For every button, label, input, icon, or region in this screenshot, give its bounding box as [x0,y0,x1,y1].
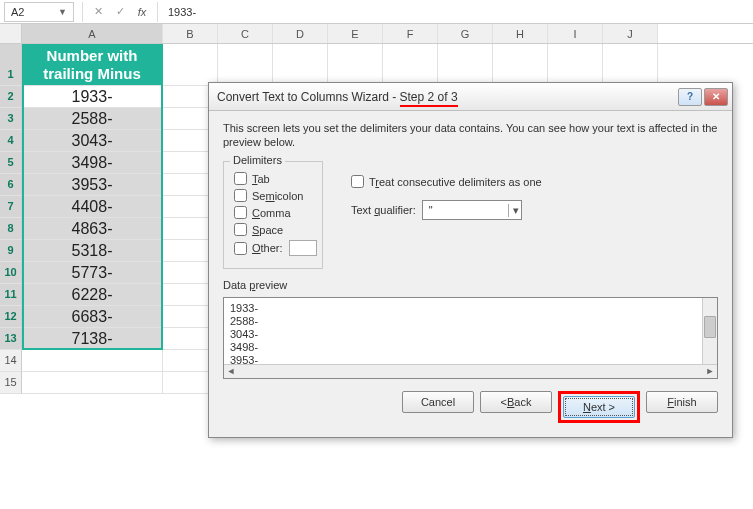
preview-line: 3043- [230,328,717,341]
cell[interactable] [273,44,328,86]
data-cell[interactable]: 6228- [22,284,163,306]
finish-button[interactable]: Finish [646,391,718,413]
chevron-down-icon[interactable]: ▾ [508,204,519,217]
preview-label: Data preview [223,279,718,291]
cell[interactable] [493,44,548,86]
cell[interactable] [603,44,658,86]
delimiter-semicolon[interactable]: Semicolon [234,189,312,202]
row-header[interactable]: 7 [0,196,22,218]
column-header[interactable]: I [548,24,603,43]
column-header[interactable]: D [273,24,328,43]
column-header[interactable]: A [22,24,163,43]
semicolon-checkbox[interactable] [234,189,247,202]
data-cell[interactable]: 3953- [22,174,163,196]
column-header[interactable]: B [163,24,218,43]
delimiters-label: Delimiters [230,154,285,166]
cell[interactable] [218,44,273,86]
row-header[interactable]: 15 [0,372,22,394]
vertical-scrollbar[interactable] [702,298,717,364]
formula-bar: A2 ▼ ✕ ✓ fx 1933- [0,0,753,24]
row-header[interactable]: 14 [0,350,22,372]
row-header[interactable]: 4 [0,130,22,152]
horizontal-scrollbar[interactable]: ◄ ► [224,364,717,378]
qualifier-select[interactable]: " ▾ [422,200,522,220]
data-cell[interactable]: 4863- [22,218,163,240]
row-header[interactable]: 11 [0,284,22,306]
delimiters-section: Delimiters Tab Semicolon Comma Space Oth… [223,161,718,269]
tab-checkbox[interactable] [234,172,247,185]
column-header[interactable]: H [493,24,548,43]
table-header-cell[interactable]: Number withtrailing Minus [22,44,163,86]
delimiter-space[interactable]: Space [234,223,312,236]
row-header[interactable]: 8 [0,218,22,240]
data-preview: 1933-2588-3043-3498-3953- ◄ ► [223,297,718,379]
row-header[interactable]: 9 [0,240,22,262]
row-header[interactable]: 1 [0,44,22,86]
other-checkbox[interactable] [234,242,247,255]
fx-icon[interactable]: fx [132,2,152,22]
next-button-highlight: Next > [558,391,640,423]
close-button[interactable]: ✕ [704,88,728,106]
cell[interactable] [163,44,218,86]
data-cell[interactable]: 3498- [22,152,163,174]
column-header[interactable]: J [603,24,658,43]
data-cell[interactable]: 3043- [22,130,163,152]
preview-line: 3498- [230,341,717,354]
separator [157,2,158,22]
dialog-titlebar[interactable]: Convert Text to Columns Wizard - Step 2 … [209,83,732,111]
row-header[interactable]: 6 [0,174,22,196]
column-header[interactable]: F [383,24,438,43]
scrollbar-thumb[interactable] [704,316,716,338]
name-box[interactable]: A2 ▼ [4,2,74,22]
data-cell[interactable]: 6683- [22,306,163,328]
data-cell[interactable]: 4408- [22,196,163,218]
cancel-button[interactable]: Cancel [402,391,474,413]
row-header[interactable]: 2 [0,86,22,108]
data-cell[interactable]: 1933- [22,86,163,108]
delimiter-other[interactable]: Other: [234,240,312,256]
cell[interactable] [22,350,163,372]
cell[interactable] [383,44,438,86]
chevron-down-icon[interactable]: ▼ [58,7,67,17]
column-header[interactable]: G [438,24,493,43]
separator [82,2,83,22]
other-input[interactable] [289,240,317,256]
comma-checkbox[interactable] [234,206,247,219]
data-cell[interactable]: 7138- [22,328,163,350]
confirm-formula-icon[interactable]: ✓ [110,2,130,22]
text-qualifier-row: Text qualifier: " ▾ [351,200,542,220]
treat-consecutive-checkbox[interactable] [351,175,364,188]
data-cell[interactable]: 5773- [22,262,163,284]
column-header[interactable]: E [328,24,383,43]
column-header[interactable]: C [218,24,273,43]
cell[interactable] [438,44,493,86]
next-button[interactable]: Next > [563,396,635,418]
help-button[interactable]: ? [678,88,702,106]
cancel-formula-icon[interactable]: ✕ [88,2,108,22]
dialog-body: This screen lets you set the delimiters … [209,111,732,437]
scroll-right-icon[interactable]: ► [703,365,717,378]
delimiters-groupbox: Delimiters Tab Semicolon Comma Space Oth… [223,161,323,269]
cell[interactable] [548,44,603,86]
qualifier-value: " [429,204,433,216]
scroll-left-icon[interactable]: ◄ [224,365,238,378]
row-header[interactable]: 10 [0,262,22,284]
delimiter-tab[interactable]: Tab [234,172,312,185]
select-all-corner[interactable] [0,24,22,43]
back-button[interactable]: < Back [480,391,552,413]
space-checkbox[interactable] [234,223,247,236]
cell[interactable] [22,372,163,394]
row-header[interactable]: 13 [0,328,22,350]
dialog-button-row: Cancel < Back Next > Finish [223,391,718,423]
cell[interactable] [328,44,383,86]
row-header[interactable]: 12 [0,306,22,328]
column-header-row: A B C D E F G H I J [0,24,753,44]
dialog-title: Convert Text to Columns Wizard - Step 2 … [217,90,676,104]
row-header[interactable]: 3 [0,108,22,130]
data-cell[interactable]: 5318- [22,240,163,262]
delimiter-comma[interactable]: Comma [234,206,312,219]
treat-consecutive[interactable]: Treat consecutive delimiters as one [351,175,542,188]
row-header[interactable]: 5 [0,152,22,174]
formula-value[interactable]: 1933- [162,6,202,18]
data-cell[interactable]: 2588- [22,108,163,130]
